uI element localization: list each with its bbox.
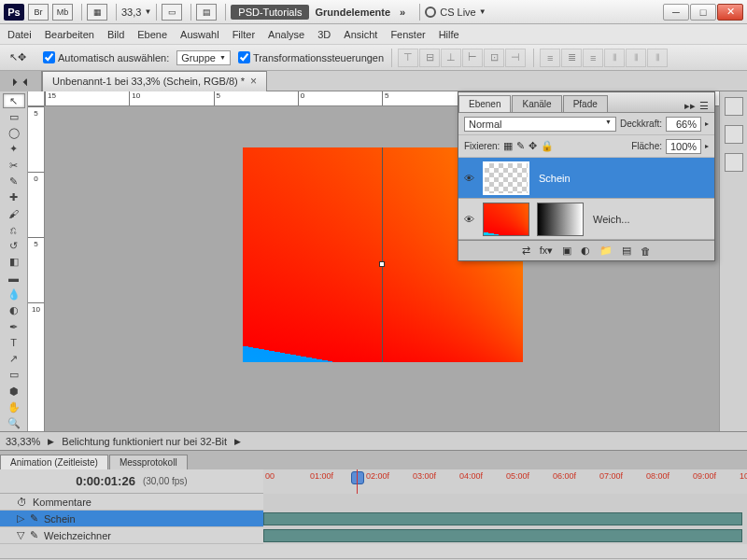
extras-icon[interactable]: ▤ <box>196 4 217 21</box>
menu-datei[interactable]: Datei <box>7 29 32 40</box>
stamp-tool[interactable]: ⎌ <box>3 222 25 237</box>
stopwatch-icon[interactable]: ⏱ <box>17 497 27 508</box>
visibility-icon[interactable]: 👁 <box>458 173 479 184</box>
timeline-track[interactable]: ▷✎Schein <box>0 511 747 527</box>
dist-right-icon[interactable]: ⦀ <box>647 49 668 67</box>
workspace-chevron-icon[interactable]: » <box>400 7 405 18</box>
menu-ansicht[interactable]: Ansicht <box>344 29 377 40</box>
panel-menu-icon[interactable]: ☰ <box>699 100 709 112</box>
eraser-tool[interactable]: ◧ <box>3 255 25 270</box>
timeline-clip[interactable] <box>263 529 742 542</box>
align-bottom-icon[interactable]: ⊥ <box>441 49 461 67</box>
tab-pfade[interactable]: Pfade <box>563 95 608 112</box>
workspace-badge[interactable]: PSD-Tutorials <box>231 5 309 20</box>
layer-row[interactable]: 👁 Schein <box>458 158 714 199</box>
auto-select-dropdown[interactable]: Gruppe <box>176 50 231 65</box>
menu-fenster[interactable]: Fenster <box>390 29 425 40</box>
lock-pixels-icon[interactable]: ✎ <box>516 140 525 152</box>
adjust-panel-icon[interactable] <box>725 153 743 172</box>
lock-transparency-icon[interactable]: ▦ <box>503 140 513 152</box>
layer-thumbnail[interactable] <box>483 161 529 195</box>
3d-tool[interactable]: ⬢ <box>3 384 25 399</box>
fill-value[interactable]: 100% <box>666 139 701 154</box>
adjustment-icon[interactable]: ◐ <box>581 245 590 257</box>
blend-mode-dropdown[interactable]: Normal▼ <box>464 117 616 132</box>
align-hcenter-icon[interactable]: ⊡ <box>484 49 504 67</box>
eyedropper-tool[interactable]: ✎ <box>3 174 25 189</box>
layer-name[interactable]: Weich... <box>587 214 714 225</box>
track-expand-icon[interactable]: ▷ <box>17 512 24 525</box>
minimize-button[interactable]: ─ <box>663 4 689 21</box>
close-tab-icon[interactable]: × <box>250 75 257 88</box>
transform-box[interactable] <box>243 147 383 362</box>
mask-icon[interactable]: ▣ <box>562 245 571 257</box>
link-icon[interactable]: ⇄ <box>522 245 530 257</box>
dodge-tool[interactable]: ◐ <box>3 303 25 318</box>
align-left-icon[interactable]: ⊢ <box>462 49 483 67</box>
dist-bottom-icon[interactable]: ≡ <box>583 49 603 67</box>
history-tool[interactable]: ↺ <box>3 239 25 254</box>
gradient-tool[interactable]: ▬ <box>3 271 25 286</box>
fill-arrow-icon[interactable]: ▸ <box>705 142 709 150</box>
styles-panel-icon[interactable] <box>725 125 743 144</box>
dist-hcenter-icon[interactable]: ⦀ <box>626 49 646 67</box>
lasso-tool[interactable]: ◯ <box>3 126 25 141</box>
zoom-tool[interactable]: 🔍 <box>3 416 25 431</box>
workspace-name[interactable]: Grundelemente <box>315 7 390 18</box>
pen-tool[interactable]: ✒ <box>3 319 25 334</box>
timeline-track[interactable]: ▽✎Weichzeichner <box>0 527 747 544</box>
arrange-icon[interactable]: ▭ <box>162 4 182 21</box>
status-zoom[interactable]: 33,33% <box>6 436 40 447</box>
menu-hilfe[interactable]: Hilfe <box>439 29 459 40</box>
dist-vcenter-icon[interactable]: ≣ <box>561 49 582 67</box>
layer-thumbnail[interactable] <box>483 203 529 236</box>
zoom-level[interactable]: 33,3 <box>121 7 141 18</box>
lock-all-icon[interactable]: 🔒 <box>541 140 554 152</box>
hand-tool[interactable]: ✋ <box>3 399 25 414</box>
layer-name[interactable]: Schein <box>533 173 714 184</box>
menu-bearbeiten[interactable]: Bearbeiten <box>45 29 94 40</box>
brush-tool[interactable]: 🖌 <box>3 206 25 221</box>
fx-icon[interactable]: fx▾ <box>540 245 554 257</box>
tab-messprotokoll[interactable]: Messprotokoll <box>109 455 188 469</box>
maximize-button[interactable]: □ <box>690 4 716 21</box>
transform-controls-checkbox[interactable]: Transformationssteuerungen <box>238 51 384 63</box>
layer-row[interactable]: 👁 Weich... <box>458 199 714 240</box>
marquee-tool[interactable]: ▭ <box>3 109 25 124</box>
path-tool[interactable]: ↗ <box>3 352 25 367</box>
timeline-clip[interactable] <box>263 512 742 525</box>
menu-bild[interactable]: Bild <box>107 29 124 40</box>
new-layer-icon[interactable]: ▤ <box>622 245 631 257</box>
mask-thumbnail[interactable] <box>537 203 584 236</box>
type-tool[interactable]: T <box>3 335 25 350</box>
auto-select-checkbox[interactable]: Automatisch auswählen: <box>43 51 169 63</box>
blur-tool[interactable]: 💧 <box>3 287 25 301</box>
bridge-icon[interactable]: Br <box>28 4 49 21</box>
tab-kanaele[interactable]: Kanäle <box>512 95 561 112</box>
crop-tool[interactable]: ✂ <box>3 158 25 173</box>
track-expand-icon[interactable]: ▽ <box>17 529 24 541</box>
lock-position-icon[interactable]: ✥ <box>529 140 537 152</box>
timeline-track[interactable]: ⏱Kommentare <box>0 494 747 511</box>
visibility-icon[interactable]: 👁 <box>458 214 479 225</box>
screen-mode-icon[interactable]: ▦ <box>87 4 107 21</box>
swatches-panel-icon[interactable] <box>725 97 743 116</box>
menu-filter[interactable]: Filter <box>233 29 255 40</box>
playhead[interactable] <box>351 471 364 484</box>
align-top-icon[interactable]: ⊤ <box>398 49 418 67</box>
dist-left-icon[interactable]: ⦀ <box>604 49 625 67</box>
menu-analyse[interactable]: Analyse <box>268 29 304 40</box>
heal-tool[interactable]: ✚ <box>3 190 25 205</box>
dist-top-icon[interactable]: ≡ <box>540 49 560 67</box>
move-tool-icon[interactable]: ↖✥ <box>7 49 28 67</box>
minibridge-icon[interactable]: Mb <box>52 4 73 21</box>
menu-ebene[interactable]: Ebene <box>137 29 167 40</box>
opacity-arrow-icon[interactable]: ▸ <box>705 119 709 128</box>
group-icon[interactable]: 📁 <box>599 245 613 257</box>
tab-animation[interactable]: Animation (Zeitleiste) <box>0 455 108 469</box>
wand-tool[interactable]: ✦ <box>3 142 25 157</box>
opacity-value[interactable]: 66% <box>666 117 701 132</box>
close-button[interactable]: ✕ <box>717 4 743 21</box>
status-play-icon[interactable]: ▶ <box>48 437 54 446</box>
align-right-icon[interactable]: ⊣ <box>505 49 526 67</box>
